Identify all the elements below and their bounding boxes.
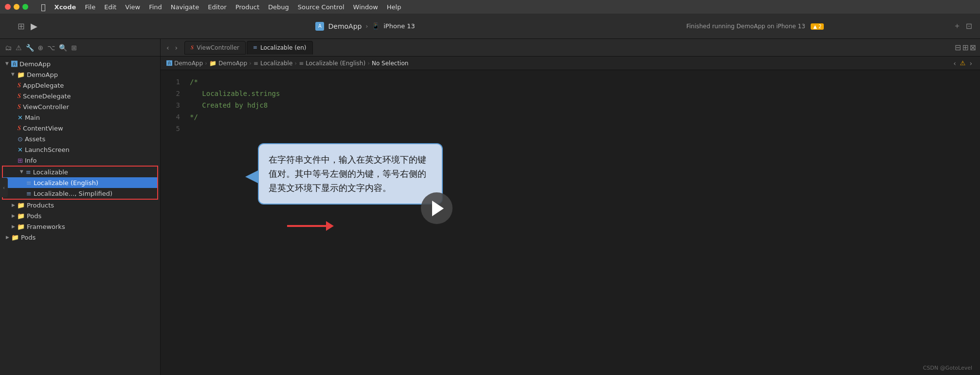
sidebar-item-frameworks[interactable]: ▶ 📁 Frameworks: [0, 221, 160, 232]
folder-icon: 📁: [11, 234, 19, 241]
strings-icon: ≡: [26, 190, 32, 197]
breadcrumb-app-icon: 🅰: [166, 60, 172, 67]
play-button[interactable]: [421, 192, 453, 224]
breadcrumb-strings-icon2: ≡: [299, 60, 304, 67]
menubar-file[interactable]: File: [85, 3, 95, 11]
sidebar-item-demoapp-root[interactable]: ▶ 🅰 DemoApp: [0, 58, 160, 69]
sidebar-label: Products: [27, 202, 54, 209]
app-icon-sm: 🅰: [11, 60, 18, 68]
line-num-1: 1: [164, 76, 180, 88]
sidebar-label: Localizable (English): [34, 179, 98, 187]
add-icon[interactable]: ＋: [953, 21, 961, 31]
folder-icon: 📁: [17, 223, 25, 230]
line-num-5: 5: [164, 123, 180, 134]
line-num-4: 4: [164, 111, 180, 123]
sidebar-item-localizable[interactable]: ▶ ≡ Localizable: [3, 167, 157, 177]
line-numbers: 1 2 3 4 5: [161, 76, 184, 369]
sidebar-item-pods-root[interactable]: ▶ 📁 Pods: [0, 232, 160, 243]
diff-icon-tb[interactable]: ⊕: [38, 44, 44, 52]
layout-icon[interactable]: ⊡: [966, 21, 972, 31]
sidebar-item-appdelegate[interactable]: 𝑺 AppDelegate: [0, 80, 160, 91]
toolbar-app-name: DemoApp: [328, 22, 362, 30]
breadcrumb-item-no-selection: No Selection: [372, 60, 408, 67]
sidebar-item-demoapp-folder[interactable]: ▶ 📁 DemoApp: [0, 69, 160, 80]
breadcrumb-forward-btn[interactable]: ›: [967, 58, 974, 68]
sidebar-collapse-arrow[interactable]: ‹: [0, 178, 8, 197]
maximize-button[interactable]: [22, 4, 28, 10]
tab-localizable-en[interactable]: ≡ Localizable (en): [247, 41, 313, 55]
breadcrumb-item-localizable-en[interactable]: Localizable (English): [306, 60, 365, 67]
menubar-debug[interactable]: Debug: [268, 3, 289, 11]
sidebar-item-localizable-simplified[interactable]: ≡ Localizable..., Simplified): [3, 188, 157, 199]
tab-label: ViewController: [197, 44, 239, 51]
menubar-window[interactable]: Window: [353, 3, 378, 11]
sidebar-item-pods[interactable]: ▶ 📁 Pods: [0, 210, 160, 221]
breadcrumb-item-demoapp[interactable]: DemoApp: [174, 60, 203, 67]
triangle-icon: ▶: [11, 73, 16, 76]
strings-tab-icon: ≡: [253, 44, 257, 51]
play-triangle-icon: [432, 201, 444, 216]
tab-viewcontroller[interactable]: 𝑺 ViewController: [184, 41, 246, 55]
menubar-product[interactable]: Product: [236, 3, 259, 11]
triangle-icon: ▶: [12, 203, 15, 207]
sidebar-item-info[interactable]: ⊞ Info: [0, 155, 160, 166]
run-button[interactable]: ▶: [31, 21, 37, 31]
code-line-2: Localizable.strings: [190, 88, 974, 99]
sidebar-label: DemoApp: [19, 60, 51, 68]
swift-icon: 𝑺: [18, 92, 21, 100]
tab-forward-button[interactable]: ›: [173, 43, 180, 53]
breadcrumb-back-btn[interactable]: ‹: [951, 58, 958, 68]
app-icon: A: [315, 22, 324, 31]
git-icon-tb[interactable]: ⌥: [47, 44, 55, 52]
triangle-icon: ▶: [5, 62, 10, 66]
tab-back-button[interactable]: ‹: [164, 43, 171, 53]
add-icon-tb[interactable]: ⊞: [71, 44, 77, 52]
sidebar-item-contentview[interactable]: 𝑺 ContentView: [0, 123, 160, 133]
menubar-navigate[interactable]: Navigate: [171, 3, 199, 11]
filter-icon-tb[interactable]: 🔧: [26, 44, 34, 52]
storyboard-icon: ✕: [18, 114, 23, 121]
sidebar-item-products[interactable]: ▶ 📁 Products: [0, 200, 160, 210]
minimize-button[interactable]: [14, 4, 19, 10]
sidebar: 🗂 ⚠ 🔧 ⊕ ⌥ 🔍 ⊞ ▶ 🅰 DemoApp ▶ 📁 DemoApp 𝑺: [0, 39, 161, 375]
sidebar-item-launchscreen[interactable]: ✕ LaunchScreen: [0, 144, 160, 155]
sidebar-label: ViewController: [23, 103, 69, 111]
breadcrumb-item-demoapp2[interactable]: DemoApp: [218, 60, 247, 67]
warning-icon-tb[interactable]: ⚠: [16, 44, 22, 52]
menubar-find[interactable]: Find: [149, 3, 162, 11]
sidebar-toggle-icon[interactable]: ⊞: [18, 21, 25, 31]
menubar-view[interactable]: View: [125, 3, 140, 11]
breadcrumb-warning-icon[interactable]: ⚠: [960, 59, 966, 67]
breadcrumb-sep: ›: [249, 60, 252, 67]
sidebar-item-viewcontroller[interactable]: 𝑺 ViewController: [0, 101, 160, 112]
editor-inspector-icon[interactable]: ⊠: [970, 43, 976, 52]
sidebar-item-main[interactable]: ✕ Main: [0, 112, 160, 123]
sidebar-label: Frameworks: [27, 223, 65, 230]
menubar-editor[interactable]: Editor: [208, 3, 226, 11]
editor-tabs: ‹ › 𝑺 ViewController ≡ Localizable (en) …: [161, 39, 980, 56]
sidebar-label: Pods: [27, 212, 41, 220]
sidebar-item-assets[interactable]: ⊙ Assets: [0, 133, 160, 144]
apple-menu[interactable]: : [41, 2, 46, 12]
menubar-edit[interactable]: Edit: [104, 3, 116, 11]
toolbar: ⊞ ▶ A DemoApp › 📱 iPhone 13 Finished run…: [0, 14, 980, 39]
menubar-source-control[interactable]: Source Control: [298, 3, 345, 11]
close-button[interactable]: [5, 4, 11, 10]
sidebar-item-localizable-en[interactable]: ≡ Localizable (English): [3, 177, 157, 188]
triangle-icon: ▶: [6, 235, 9, 240]
folder-icon-tb[interactable]: 🗂: [5, 44, 12, 52]
menubar-help[interactable]: Help: [387, 3, 401, 11]
split-editor-icon[interactable]: ⊟: [955, 43, 961, 52]
red-arrow: [287, 221, 334, 231]
sidebar-label: DemoApp: [27, 71, 58, 78]
editor-layout-icon[interactable]: ⊞: [962, 43, 968, 52]
search-icon-tb[interactable]: 🔍: [59, 44, 67, 52]
toolbar-right: ＋ ⊡: [953, 21, 972, 31]
sidebar-item-scenedelegate[interactable]: 𝑺 SceneDelegate: [0, 91, 160, 101]
breadcrumb-item-localizable[interactable]: Localizable: [260, 60, 292, 67]
strings-icon: ≡: [26, 179, 32, 187]
watermark: CSDN @GotoLevel: [923, 365, 972, 371]
breadcrumb: 🅰 DemoApp › 📁 DemoApp › ≡ Localizable › …: [161, 56, 980, 70]
menubar-xcode[interactable]: Xcode: [54, 3, 76, 11]
editor-content: 1 2 3 4 5 /* Localizable.strings Created…: [161, 70, 980, 375]
